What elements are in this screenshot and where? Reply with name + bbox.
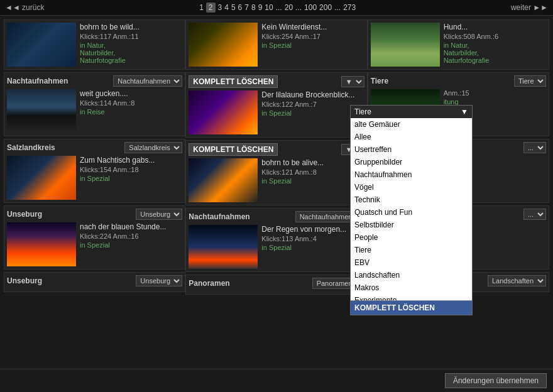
page-4[interactable]: 4 [224, 3, 229, 12]
dropdown-item-gruppenbilder[interactable]: Gruppenbilder [351, 156, 472, 168]
album-stats: Klicks:122 Anm.:7 [261, 101, 364, 108]
dropdown-item-nachtaufnahmen[interactable]: Nachtaufnahmen [351, 168, 472, 181]
delete-album-button[interactable]: KOMPLETT LÖSCHEN [189, 143, 278, 156]
page-10[interactable]: 10 [265, 3, 273, 12]
album-stats: Klicks:121 Anm.:8 [261, 168, 364, 176]
album-stats: Klicks:113 Anm.:4 [261, 235, 364, 242]
dropdown-arrow-icon: ▼ [461, 107, 468, 116]
dropdown-item-tiere[interactable]: Tiere [351, 244, 472, 256]
album-name: Zum Nachtisch gabs... [80, 156, 182, 165]
forward-button[interactable]: weiter ►► [511, 3, 548, 12]
album-name: Der Regen von morgen... [261, 225, 364, 234]
page-5[interactable]: 5 [231, 3, 236, 12]
album-name: Der lilalaune Brockenblick... [261, 90, 364, 99]
dropdown-item-experimente[interactable]: Experimente [351, 294, 472, 300]
album-header: Unseburg Unseburg [7, 209, 182, 220]
album-stats: Klicks:114 Anm.:8 [80, 99, 182, 107]
album-header: Nachtaufnahmen Nachtaufnahmen [189, 211, 364, 222]
dropdown-item-voegel[interactable]: Vögel [351, 181, 472, 193]
dropdown-item-ebv[interactable]: EBV [351, 256, 472, 269]
album-header: KOMPLETT LÖSCHEN ▼ [189, 143, 364, 156]
album-thumbnail [189, 90, 258, 134]
page-3[interactable]: 3 [218, 3, 222, 12]
page-200[interactable]: 200 [319, 3, 332, 12]
dropdown-item-technik[interactable]: Technik [351, 193, 472, 206]
dropdown-header: Tiere ▼ [351, 106, 472, 118]
album-title: Unseburg [7, 210, 42, 219]
album-block: Unseburg Unseburg [4, 272, 185, 292]
dropdown-delete-button[interactable]: KOMPLETT LÖSCHEN [351, 300, 472, 315]
album-stats: Anm.:15 [444, 89, 546, 97]
category-dropdown[interactable]: Tiere ▼ alte Gemäuer Allee Usertreffen G… [350, 105, 473, 315]
dropdown-item-selbstbilder[interactable]: Selbstbilder [351, 219, 472, 231]
column-0: bohrn to be wild... Klicks:117 Anm.:11 i… [4, 19, 185, 295]
save-changes-button[interactable]: Änderungen übernehmen [445, 373, 547, 388]
album-thumbnail [7, 23, 76, 67]
album-title: Nachtaufnahmen [189, 212, 249, 221]
album-stats: Klicks:254 Anm.:17 [261, 33, 364, 40]
main-content: bohrn to be wild... Klicks:117 Anm.:11 i… [0, 16, 553, 298]
back-button[interactable]: ◄◄ zurück [5, 3, 44, 12]
album-select[interactable]: Unseburg [136, 209, 182, 220]
album-stats: Klicks:508 Anm.:6 [444, 33, 546, 40]
page-2-current[interactable]: 2 [206, 3, 216, 13]
album-select[interactable]: ... [523, 209, 546, 220]
dropdown-item-alte-gemauer[interactable]: alte Gemäuer [351, 118, 472, 131]
album-content: Zum Nachtisch gabs... Klicks:154 Anm.:18… [7, 156, 182, 200]
page-6[interactable]: 6 [238, 3, 243, 12]
column-1: Kein Winterdienst... Klicks:254 Anm.:17 … [185, 19, 367, 295]
album-thumbnail [189, 225, 258, 269]
album-thumbnail [7, 156, 76, 200]
page-ellipsis-2: ... [295, 3, 302, 12]
dropdown-title: Tiere [354, 107, 371, 116]
album-title: Unseburg [7, 276, 42, 285]
page-8[interactable]: 8 [251, 3, 256, 12]
album-name: nach der blauen Stunde... [80, 222, 182, 231]
album-name: Kein Winterdienst... [261, 23, 364, 31]
album-stats: Klicks:117 Anm.:11 [80, 33, 182, 40]
dropdown-item-usertreffen[interactable]: Usertreffen [351, 143, 472, 156]
album-category: in Spezial [261, 177, 364, 185]
album-block: Kein Winterdienst... Klicks:254 Anm.:17 … [185, 19, 367, 70]
album-content: bohrn to be alive... Klicks:121 Anm.:8 i… [189, 158, 364, 202]
album-content: Kein Winterdienst... Klicks:254 Anm.:17 … [189, 23, 364, 67]
page-numbers: 1 2 3 4 5 6 7 8 9 10 ... 20 ... 100 200 … [199, 3, 356, 13]
page-7[interactable]: 7 [244, 3, 249, 12]
dropdown-item-landschaften[interactable]: Landschaften [351, 269, 472, 281]
album-info: Kein Winterdienst... Klicks:254 Anm.:17 … [261, 23, 364, 67]
album-block: KOMPLETT LÖSCHEN ▼ Der lilalaune Brocken… [185, 72, 367, 138]
album-block: Nachtaufnahmen Nachtaufnahmen Der Regen … [185, 208, 367, 272]
album-info: weit gucken.... Klicks:114 Anm.:8 in Rei… [80, 89, 182, 133]
page-9[interactable]: 9 [258, 3, 263, 12]
album-select[interactable]: Salzlandkreis [124, 142, 182, 153]
album-select[interactable]: ▼ [341, 76, 364, 87]
album-header: Nachtaufnahmen Nachtaufnahmen [7, 75, 182, 87]
album-category: in Natur,Naturbilder,Naturfotografie [80, 41, 182, 64]
album-select[interactable]: ... [523, 142, 546, 153]
album-select[interactable]: Landschaften [488, 275, 546, 286]
album-block: Salzlandkreis Salzlandkreis Zum Nachtisc… [4, 139, 185, 203]
tiere-select[interactable]: Tiere [514, 75, 546, 87]
album-category: in Spezial [261, 244, 364, 251]
album-info: Zum Nachtisch gabs... Klicks:154 Anm.:18… [80, 156, 182, 200]
page-273[interactable]: 273 [343, 3, 356, 12]
delete-album-button[interactable]: KOMPLETT LÖSCHEN [189, 75, 278, 88]
dropdown-item-makros[interactable]: Makros [351, 281, 472, 294]
album-select[interactable]: Nachtaufnahmen [113, 75, 182, 87]
album-title-tiere: Tiere [371, 77, 388, 85]
album-title: Panoramen [189, 279, 229, 288]
page-20[interactable]: 20 [285, 3, 293, 12]
album-select[interactable]: Unseburg [136, 275, 182, 286]
dropdown-item-quatsch[interactable]: Quatsch und Fun [351, 206, 472, 219]
album-category: in Spezial [80, 175, 182, 182]
album-block: Nachtaufnahmen Nachtaufnahmen weit gucke… [4, 72, 185, 136]
album-thumbnail [189, 158, 258, 202]
album-name: Hund... [444, 23, 546, 31]
dropdown-item-people[interactable]: People [351, 231, 472, 244]
album-header: Salzlandkreis Salzlandkreis [7, 142, 182, 153]
page-1[interactable]: 1 [199, 3, 204, 12]
page-100[interactable]: 100 [304, 3, 317, 12]
album-content: bohrn to be wild... Klicks:117 Anm.:11 i… [7, 23, 182, 67]
album-content: Der Regen von morgen... Klicks:113 Anm.:… [189, 225, 364, 269]
dropdown-item-allee[interactable]: Allee [351, 131, 472, 143]
